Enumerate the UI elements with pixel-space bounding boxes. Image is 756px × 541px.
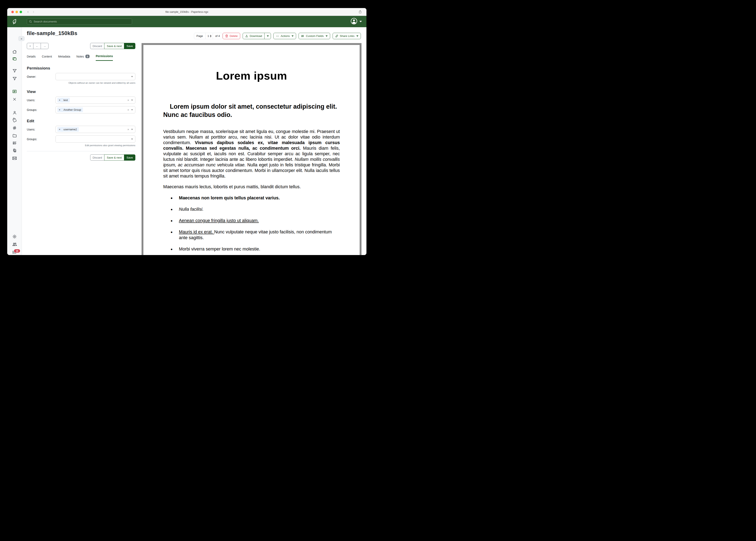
field-list-icon [12,141,17,145]
sidebar-item-users-groups[interactable] [7,242,22,247]
back-icon[interactable] [27,10,29,14]
tab-label: Notes [76,55,84,58]
sidebar-item-correspondents[interactable] [7,111,22,115]
edit-users-select[interactable]: × username2 × [56,126,135,133]
chevron-down-icon [359,21,362,22]
share-links-button[interactable]: Share Links [333,33,361,39]
file-stack-icon [12,148,17,153]
edit-users-label: Users: [27,128,56,131]
sidebar-item-workflows[interactable] [7,148,22,153]
save-button[interactable]: Save [124,43,135,49]
page-number-input[interactable]: 1 [205,33,213,39]
clear-icon[interactable]: × [127,98,129,102]
sidebar-item-saved-view-2[interactable] [7,76,22,81]
paperless-logo-icon[interactable] [7,18,22,25]
minimize-window-button[interactable] [15,11,18,13]
download-label: Download [250,34,262,38]
avatar-icon [351,18,357,25]
sidebar-item-dashboard[interactable] [7,50,22,54]
pdf-paragraph-2: Maecenas mauris lectus, lobortis et puru… [163,184,340,190]
next-document-button[interactable]: → [41,43,48,49]
selected-chip: × test [57,98,70,103]
save-actions-group: Discard Save & next Save [90,43,135,49]
share-icon[interactable] [358,10,362,15]
search-input[interactable] [34,20,130,23]
actions-button[interactable]: Actions [273,33,296,39]
browser-window: file-sample_150kBs - Paperless-ngx » [7,8,366,255]
tasks-count-badge: 16 [14,249,20,253]
pdf-heading: Lorem ipsum dolor sit amet, consectetur … [163,102,340,119]
document-edit-panel: file-sample_150kBs × ← → Discard Save & … [27,27,135,161]
home-icon [12,50,17,54]
tab-label: Metadata [58,55,70,58]
clear-icon[interactable]: × [127,128,129,131]
tab-content[interactable]: Content [42,55,52,61]
owner-label: Owner: [27,75,56,78]
close-window-button[interactable] [11,11,14,13]
people-icon [12,242,17,247]
field-list-icon [301,34,304,38]
close-document-button[interactable]: × [27,43,33,49]
sidebar-item-close-all[interactable] [7,97,22,101]
sidebar-item-saved-view-1[interactable] [7,68,22,73]
save-button[interactable]: Save [124,155,135,161]
hash-icon [12,126,17,130]
sidebar-item-open-document[interactable] [7,89,22,94]
page-label: Page [194,33,205,39]
discard-button[interactable]: Discard [90,155,105,161]
document-note-icon [12,89,17,94]
sidebar-item-settings[interactable] [7,234,22,239]
sidebar-item-custom-fields[interactable] [7,141,22,145]
tab-permissions[interactable]: Permissions [96,54,113,61]
sidebar: » 16 [7,27,22,255]
chip-remove-icon[interactable]: × [57,127,62,132]
permissions-heading: Permissions [27,66,135,71]
download-split-button: Download [243,33,271,39]
search-bar [27,19,132,25]
ellipsis-icon [276,34,279,38]
download-options-button[interactable] [264,33,271,39]
forward-icon[interactable] [32,10,35,14]
sidebar-item-mail[interactable] [7,156,22,161]
selected-chip: × Another Group [57,107,83,112]
tab-details[interactable]: Details [27,55,36,61]
trash-icon [225,34,228,38]
page-navigation: Page 1 of 4 [194,33,222,39]
sidebar-item-document-types[interactable] [7,126,22,130]
view-groups-select[interactable]: × Another Group × [56,106,135,113]
discard-button[interactable]: Discard [90,43,105,49]
close-icon [13,97,17,101]
page-total: of 4 [213,33,222,39]
chip-remove-icon[interactable]: × [57,98,62,103]
owner-select[interactable] [56,73,135,80]
edit-groups-label: Groups: [27,138,56,141]
save-next-button[interactable]: Save & next [104,43,124,49]
sidebar-item-documents[interactable] [7,57,22,61]
delete-button[interactable]: Delete [223,33,240,39]
sidebar-expand-button[interactable]: » [18,36,25,41]
pdf-bullet-item: Morbi viverra semper lorem nec molestie. [171,247,340,252]
previous-document-button[interactable]: ← [33,43,41,49]
edit-groups-select[interactable] [56,136,135,143]
download-button[interactable]: Download [243,33,265,39]
user-menu[interactable] [351,18,362,25]
owner-help-text: Objects without an owner can be viewed a… [27,82,135,84]
sidebar-item-tags[interactable] [7,118,22,123]
tab-label: Permissions [96,54,113,58]
custom-fields-button[interactable]: Custom Fields [299,33,330,39]
pdf-preview-frame[interactable]: Lorem ipsum Lorem ipsum dolor sit amet, … [142,43,361,255]
page-spinner[interactable] [210,35,211,37]
actions-label: Actions [281,34,290,38]
pdf-bullet-item: Maecenas non lorem quis tellus placerat … [171,195,340,201]
zoom-window-button[interactable] [20,11,22,13]
window-titlebar: file-sample_150kBs - Paperless-ngx [7,8,366,16]
share-links-label: Share Links [340,34,354,38]
chip-remove-icon[interactable]: × [57,107,62,112]
clear-icon[interactable]: × [127,108,129,112]
save-actions-group-bottom: Discard Save & next Save [90,155,135,161]
view-users-select[interactable]: × test × [56,97,135,104]
tab-metadata[interactable]: Metadata [58,55,70,61]
sidebar-item-storage-paths[interactable] [7,133,22,138]
tab-notes[interactable]: Notes5 [76,55,90,61]
save-next-button[interactable]: Save & next [104,155,124,161]
